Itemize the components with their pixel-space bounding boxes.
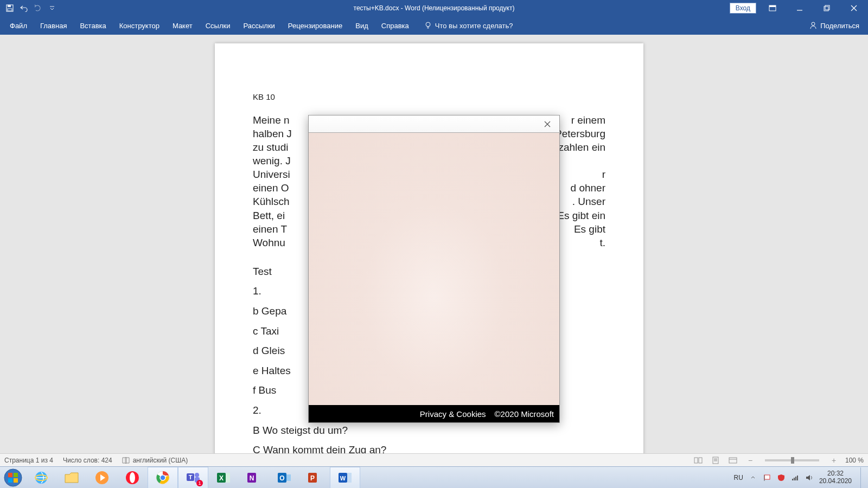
- taskbar-ie[interactable]: [26, 467, 56, 489]
- zoom-slider-thumb[interactable]: [791, 457, 794, 464]
- tab-file[interactable]: Файл: [3, 16, 34, 35]
- view-web-layout-icon[interactable]: [727, 455, 739, 465]
- svg-rect-19: [713, 457, 718, 464]
- taskbar-media-player[interactable]: [87, 467, 117, 489]
- show-desktop-button[interactable]: [860, 467, 865, 488]
- taskbar-opera[interactable]: [117, 467, 148, 489]
- tray-shield-icon[interactable]: [777, 473, 786, 482]
- tray-language[interactable]: RU: [734, 474, 743, 481]
- taskbar-outlook[interactable]: O: [269, 467, 299, 489]
- svg-point-11: [426, 22, 430, 27]
- sign-in-button[interactable]: Вход: [730, 3, 756, 14]
- taskbar-word[interactable]: W: [330, 467, 360, 489]
- taskbar-chrome[interactable]: [148, 467, 178, 489]
- svg-rect-56: [347, 473, 352, 483]
- doc-heading: KB 10: [253, 92, 605, 101]
- view-read-mode-icon[interactable]: [692, 455, 704, 465]
- view-print-layout-icon[interactable]: [710, 455, 722, 465]
- minimize-button[interactable]: [789, 0, 810, 16]
- svg-text:X: X: [219, 474, 224, 482]
- document-area: KB 10 Meine nr einemhalben J St.Petersbu…: [0, 35, 868, 453]
- powerpoint-icon: P: [307, 470, 322, 485]
- maximize-button[interactable]: [816, 0, 838, 16]
- tray-time: 20:32: [819, 470, 852, 477]
- svg-rect-26: [8, 473, 12, 477]
- tab-mailings[interactable]: Рассылки: [237, 16, 281, 35]
- taskbar: T1 X N O P W RU 20:32 20.04.2020: [0, 466, 868, 488]
- tray-clock[interactable]: 20:32 20.04.2020: [819, 470, 852, 484]
- undo-icon[interactable]: [20, 4, 28, 12]
- taskbar-explorer[interactable]: [56, 467, 87, 489]
- svg-text:T: T: [189, 474, 193, 480]
- doc-list-item: B Wo steigst du um?: [253, 423, 605, 438]
- tray-date: 20.04.2020: [819, 478, 852, 485]
- tab-review[interactable]: Рецензирование: [282, 16, 349, 35]
- svg-text:P: P: [310, 474, 315, 482]
- close-button[interactable]: [843, 0, 865, 16]
- tray-volume-icon[interactable]: [805, 473, 814, 482]
- taskbar-powerpoint[interactable]: P: [299, 467, 330, 489]
- tray-wifi-icon[interactable]: [791, 473, 800, 482]
- svg-point-14: [812, 22, 815, 25]
- svg-rect-62: [797, 476, 798, 480]
- taskbar-excel[interactable]: X: [208, 467, 239, 489]
- svg-rect-57: [764, 475, 770, 479]
- status-page[interactable]: Страница 1 из 4: [4, 457, 53, 464]
- windows-logo-icon: [4, 468, 22, 487]
- share-button[interactable]: Поделиться: [809, 22, 859, 30]
- svg-point-25: [4, 469, 22, 486]
- tab-help[interactable]: Справка: [375, 16, 416, 35]
- tab-references[interactable]: Ссылки: [199, 16, 237, 35]
- svg-rect-60: [794, 478, 795, 480]
- status-words[interactable]: Число слов: 424: [63, 457, 112, 464]
- ie-icon: [34, 470, 49, 485]
- svg-rect-23: [729, 458, 737, 463]
- notification-badge: 1: [196, 480, 203, 486]
- svg-marker-63: [806, 475, 810, 480]
- svg-rect-59: [792, 479, 793, 480]
- chrome-icon: [155, 470, 170, 485]
- save-icon[interactable]: [5, 4, 14, 12]
- tab-layout[interactable]: Макет: [166, 16, 199, 35]
- tab-design[interactable]: Конструктор: [113, 16, 166, 35]
- copyright-text: ©2020 Microsoft: [495, 409, 554, 419]
- share-label: Поделиться: [820, 22, 859, 30]
- customize-qat-icon[interactable]: [48, 4, 56, 12]
- taskbar-teams[interactable]: T1: [178, 467, 208, 489]
- dialog-footer: Privacy & Cookies ©2020 Microsoft: [309, 405, 559, 422]
- excel-icon: X: [216, 470, 231, 485]
- svg-text:O: O: [279, 474, 284, 482]
- zoom-slider[interactable]: [765, 459, 819, 461]
- opera-icon: [125, 470, 140, 485]
- title-bar: тесты+KB.docx - Word (Нелицензированный …: [0, 0, 868, 16]
- start-button[interactable]: [0, 467, 26, 489]
- status-language[interactable]: английский (США): [122, 457, 188, 464]
- person-icon: [809, 22, 817, 29]
- svg-rect-17: [694, 458, 698, 463]
- ribbon-tabs: Файл Главная Вставка Конструктор Макет С…: [0, 16, 868, 35]
- dialog-body: [309, 133, 559, 405]
- ribbon-display-options-icon[interactable]: [762, 0, 783, 16]
- svg-rect-8: [825, 5, 829, 10]
- dialog-close-button[interactable]: [539, 117, 556, 131]
- svg-rect-46: [226, 473, 230, 483]
- zoom-level[interactable]: 100 %: [845, 457, 864, 464]
- svg-point-42: [195, 473, 199, 477]
- svg-rect-1: [8, 5, 11, 7]
- tray-flag-icon[interactable]: [763, 473, 771, 482]
- tab-insert[interactable]: Вставка: [73, 16, 112, 35]
- system-tray: RU 20:32 20.04.2020: [734, 467, 868, 488]
- taskbar-onenote[interactable]: N: [239, 467, 269, 489]
- tab-home[interactable]: Главная: [34, 16, 73, 35]
- svg-rect-28: [8, 478, 12, 483]
- status-bar: Страница 1 из 4 Число слов: 424 английск…: [0, 453, 868, 466]
- tell-me-search[interactable]: Что вы хотите сделать?: [424, 22, 513, 30]
- zoom-out-button[interactable]: −: [744, 455, 756, 465]
- zoom-in-button[interactable]: +: [828, 455, 840, 465]
- tray-chevron-icon[interactable]: [749, 473, 757, 482]
- doc-list-item: C Wann kommt dein Zug an?: [253, 443, 605, 453]
- redo-icon[interactable]: [34, 4, 42, 12]
- privacy-link[interactable]: Privacy & Cookies: [420, 409, 486, 419]
- tab-view[interactable]: Вид: [349, 16, 375, 35]
- svg-rect-51: [286, 474, 291, 481]
